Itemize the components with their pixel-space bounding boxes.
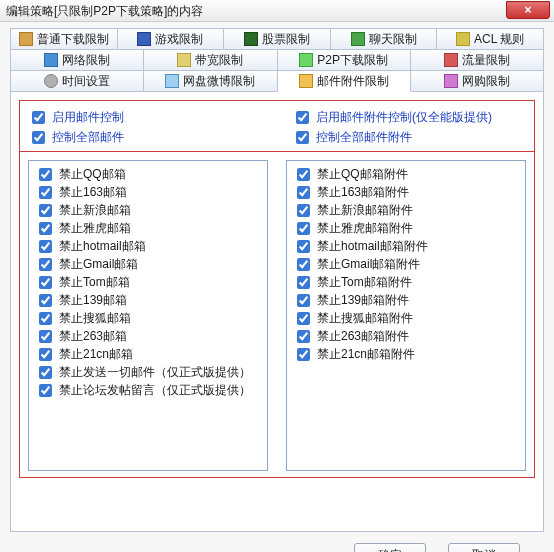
list-item-checkbox[interactable]: [39, 258, 52, 271]
tab-panel-mail-attachment: 启用邮件控制控制全部邮件 启用邮件附件控制(仅全能版提供)控制全部邮件附件 禁止…: [10, 92, 544, 532]
tab-r1-0[interactable]: 普通下载限制: [10, 28, 118, 50]
i-acl-icon: [456, 32, 470, 46]
list-group: 禁止QQ邮箱禁止163邮箱禁止新浪邮箱禁止雅虎邮箱禁止hotmail邮箱禁止Gm…: [19, 152, 535, 478]
top-options-right: 启用邮件附件控制(仅全能版提供)控制全部邮件附件: [292, 107, 526, 147]
tab-r3-3[interactable]: 网购限制: [410, 70, 544, 92]
list-item: 禁止263邮箱: [35, 327, 261, 345]
list-item-checkbox[interactable]: [297, 204, 310, 217]
list-item: 禁止发送一切邮件（仅正式版提供）: [35, 363, 261, 381]
tab-label: 股票限制: [262, 31, 310, 48]
cancel-button-label: 取消: [472, 547, 496, 553]
list-item-label: 禁止新浪邮箱: [59, 202, 131, 219]
option-checkbox[interactable]: [296, 131, 309, 144]
tab-label: 游戏限制: [155, 31, 203, 48]
list-item: 禁止雅虎邮箱附件: [293, 219, 519, 237]
list-item-label: 禁止QQ邮箱: [59, 166, 126, 183]
list-item-checkbox[interactable]: [297, 222, 310, 235]
i-flow-icon: [444, 53, 458, 67]
mail-block-list[interactable]: 禁止QQ邮箱禁止163邮箱禁止新浪邮箱禁止雅虎邮箱禁止hotmail邮箱禁止Gm…: [28, 160, 268, 471]
tab-r1-2[interactable]: 股票限制: [223, 28, 331, 50]
tab-r1-3[interactable]: 聊天限制: [330, 28, 438, 50]
tab-label: 聊天限制: [369, 31, 417, 48]
list-item-checkbox[interactable]: [39, 384, 52, 397]
list-item-label: 禁止论坛发帖留言（仅正式版提供）: [59, 382, 251, 399]
tab-label: 带宽限制: [195, 52, 243, 69]
i-game-icon: [137, 32, 151, 46]
option-label: 启用邮件附件控制(仅全能版提供): [316, 109, 492, 126]
tab-r3-0[interactable]: 时间设置: [10, 70, 144, 92]
list-item: 禁止Tom邮箱附件: [293, 273, 519, 291]
ok-button[interactable]: 确定: [354, 543, 426, 552]
option-checkbox[interactable]: [32, 111, 45, 124]
list-item-checkbox[interactable]: [297, 312, 310, 325]
list-item-checkbox[interactable]: [297, 240, 310, 253]
list-item-checkbox[interactable]: [39, 240, 52, 253]
tab-r3-1[interactable]: 网盘微博限制: [143, 70, 277, 92]
list-item: 禁止新浪邮箱附件: [293, 201, 519, 219]
tab-label: ACL 规则: [474, 31, 524, 48]
tab-r2-3[interactable]: 流量限制: [410, 49, 544, 71]
list-item-checkbox[interactable]: [297, 186, 310, 199]
i-net-icon: [44, 53, 58, 67]
list-item-checkbox[interactable]: [39, 330, 52, 343]
close-icon: ×: [524, 3, 531, 17]
attachment-block-list[interactable]: 禁止QQ邮箱附件禁止163邮箱附件禁止新浪邮箱附件禁止雅虎邮箱附件禁止hotma…: [286, 160, 526, 471]
list-item: 禁止163邮箱附件: [293, 183, 519, 201]
option-checkbox[interactable]: [296, 111, 309, 124]
tab-r2-0[interactable]: 网络限制: [10, 49, 144, 71]
list-item-checkbox[interactable]: [39, 366, 52, 379]
list-item-checkbox[interactable]: [39, 186, 52, 199]
list-item: 禁止Gmail邮箱: [35, 255, 261, 273]
tab-r2-1[interactable]: 带宽限制: [143, 49, 277, 71]
list-item-label: 禁止Gmail邮箱附件: [317, 256, 420, 273]
list-item-checkbox[interactable]: [39, 276, 52, 289]
close-button[interactable]: ×: [506, 1, 550, 19]
list-item-label: 禁止hotmail邮箱附件: [317, 238, 428, 255]
list-item-label: 禁止Tom邮箱附件: [317, 274, 412, 291]
cancel-button[interactable]: 取消: [448, 543, 520, 552]
option-row: 控制全部邮件: [28, 127, 262, 147]
list-item-label: 禁止263邮箱附件: [317, 328, 409, 345]
i-pan-icon: [165, 74, 179, 88]
list-item-checkbox[interactable]: [39, 168, 52, 181]
list-item-checkbox[interactable]: [297, 168, 310, 181]
tab-r2-2[interactable]: P2P下载限制: [277, 49, 411, 71]
list-item-checkbox[interactable]: [39, 204, 52, 217]
dialog-footer: 确定 取消: [10, 538, 544, 552]
option-row: 启用邮件附件控制(仅全能版提供): [292, 107, 526, 127]
list-item-label: 禁止139邮箱: [59, 292, 127, 309]
list-item-label: 禁止搜狐邮箱: [59, 310, 131, 327]
list-item-checkbox[interactable]: [39, 294, 52, 307]
tab-r1-4[interactable]: ACL 规则: [436, 28, 544, 50]
tab-r3-2[interactable]: 邮件附件限制: [277, 70, 411, 92]
list-item-label: 禁止163邮箱: [59, 184, 127, 201]
list-item: 禁止263邮箱附件: [293, 327, 519, 345]
i-chat-icon: [351, 32, 365, 46]
option-label: 控制全部邮件: [52, 129, 124, 146]
list-item-label: 禁止雅虎邮箱附件: [317, 220, 413, 237]
list-item-checkbox[interactable]: [39, 222, 52, 235]
tab-r1-1[interactable]: 游戏限制: [117, 28, 225, 50]
list-item: 禁止139邮箱: [35, 291, 261, 309]
i-mail-icon: [299, 74, 313, 88]
list-item-label: 禁止21cn邮箱: [59, 346, 133, 363]
list-item-label: 禁止21cn邮箱附件: [317, 346, 415, 363]
list-item-checkbox[interactable]: [297, 330, 310, 343]
list-item-checkbox[interactable]: [297, 348, 310, 361]
list-item: 禁止QQ邮箱附件: [293, 165, 519, 183]
titlebar: 编辑策略[只限制P2P下载策略]的内容 ×: [0, 0, 554, 22]
option-checkbox[interactable]: [32, 131, 45, 144]
tab-strip: 普通下载限制游戏限制股票限制聊天限制ACL 规则 网络限制带宽限制P2P下载限制…: [10, 28, 544, 92]
list-item-checkbox[interactable]: [39, 312, 52, 325]
list-item: 禁止21cn邮箱: [35, 345, 261, 363]
list-item-checkbox[interactable]: [297, 258, 310, 271]
tab-label: 网购限制: [462, 73, 510, 90]
list-item-label: 禁止163邮箱附件: [317, 184, 409, 201]
list-item-checkbox[interactable]: [297, 294, 310, 307]
tab-label: 流量限制: [462, 52, 510, 69]
list-item-label: 禁止搜狐邮箱附件: [317, 310, 413, 327]
list-item-checkbox[interactable]: [39, 348, 52, 361]
list-item-label: 禁止雅虎邮箱: [59, 220, 131, 237]
top-options-left: 启用邮件控制控制全部邮件: [28, 107, 262, 147]
list-item-checkbox[interactable]: [297, 276, 310, 289]
